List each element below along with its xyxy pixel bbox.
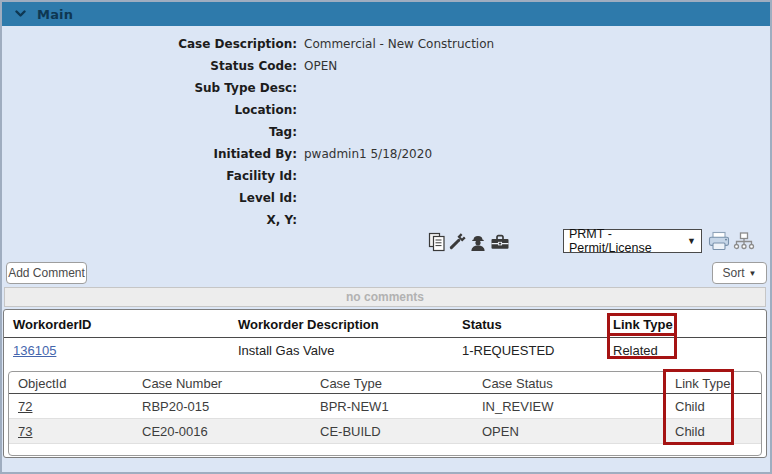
col-workorder-id: WorkorderID [13,317,92,332]
sitemap-icon[interactable] [733,232,755,255]
workorder-status-cell: 1-REQUESTED [462,343,554,358]
chevron-down-icon[interactable] [15,10,26,18]
printer-icon[interactable] [707,231,731,256]
sort-button[interactable]: Sort ▼ [712,262,767,284]
case-form: Case Description: Commercial - New Const… [2,33,770,231]
workorder-table-row: 136105 Install Gas Valve 1-REQUESTED Rel… [4,338,766,363]
field-label: Case Description: [2,37,297,51]
object-id-link[interactable]: 72 [18,399,32,414]
field-facility-id: Facility Id: [2,165,770,187]
chevron-down-icon: ▼ [749,269,757,278]
case-number-cell: CE20-0016 [142,424,208,439]
field-value: OPEN [304,59,337,73]
field-label: Tag: [2,125,297,139]
col-object-id: ObjectId [18,376,66,391]
field-label: Level Id: [2,191,297,205]
field-sub-type-desc: Sub Type Desc: [2,77,770,99]
case-link-type-cell: Child [675,424,705,439]
field-label: Location: [2,103,297,117]
field-value: pwadmin1 5/18/2020 [304,147,432,161]
case-type-cell: BPR-NEW1 [320,399,389,414]
field-initiated-by: Initiated By: pwadmin1 5/18/2020 [2,143,770,165]
col-case-status: Case Status [482,376,553,391]
section-title: Main [37,7,73,22]
main-section-header[interactable]: Main [2,2,770,26]
case-status-cell: IN_REVIEW [482,399,554,414]
field-label: Sub Type Desc: [2,81,297,95]
field-status-code: Status Code: OPEN [2,55,770,77]
field-tag: Tag: [2,121,770,143]
construction-worker-icon[interactable] [468,232,488,256]
field-label: Initiated By: [2,147,297,161]
add-comment-label: Add Comment [8,266,85,280]
workorder-description-cell: Install Gas Valve [238,343,335,358]
col-link-type: Link Type [675,376,730,391]
no-comments-bar: no comments [4,287,766,307]
field-label: X, Y: [2,213,297,227]
case-type-cell: CE-BUILD [320,424,381,439]
field-level-id: Level Id: [2,187,770,209]
case-table-header: ObjectId Case Number Case Type Case Stat… [9,372,761,394]
related-cases-panel: ObjectId Case Number Case Type Case Stat… [8,371,762,456]
case-table-row: 73 CE20-0016 CE-BUILD OPEN Child [9,419,761,444]
case-table-row: 72 RBP20-015 BPR-NEW1 IN_REVIEW Child [9,394,761,419]
toolbar: PRMT - Permit/License ▼ [2,229,770,255]
linked-records-panel: WorkorderID Workorder Description Status… [3,309,767,458]
field-location: Location: [2,99,770,121]
field-value: Commercial - New Construction [304,37,494,51]
col-case-number: Case Number [142,376,222,391]
col-workorder-description: Workorder Description [238,317,379,332]
col-link-type: Link Type [613,317,673,332]
module-select[interactable]: PRMT - Permit/License ▼ [563,229,702,253]
case-number-cell: RBP20-015 [142,399,209,414]
module-select-value: PRMT - Permit/License [569,227,687,255]
field-case-description: Case Description: Commercial - New Const… [2,33,770,55]
toolbox-icon[interactable] [490,232,510,255]
case-link-type-cell: Child [675,399,705,414]
case-detail-window: Main Case Description: Commercial - New … [0,0,772,474]
workorder-id-link[interactable]: 136105 [13,343,56,358]
copy-document-icon[interactable] [428,232,446,256]
col-case-type: Case Type [320,376,382,391]
field-label: Status Code: [2,59,297,73]
field-label: Facility Id: [2,169,297,183]
object-id-link[interactable]: 73 [18,424,32,439]
col-status: Status [462,317,502,332]
case-status-cell: OPEN [482,424,519,439]
workorder-table-header: WorkorderID Workorder Description Status… [4,310,766,338]
sort-label: Sort [723,266,745,280]
pipe-wrench-icon[interactable] [447,232,467,256]
workorder-link-type-cell: Related [613,343,658,358]
add-comment-button[interactable]: Add Comment [6,262,87,284]
chevron-down-icon: ▼ [687,236,696,246]
